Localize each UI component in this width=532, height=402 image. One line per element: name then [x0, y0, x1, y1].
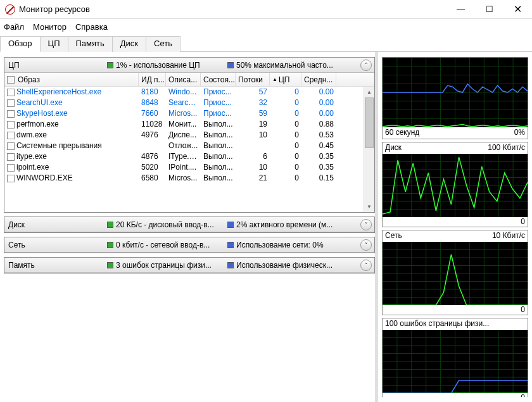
disk-panel-header[interactable]: Диск 20 КБ/с - дисковый ввод-в... 2% акт… [4, 217, 374, 232]
cpu-collapse-button[interactable]: ˄ [360, 60, 372, 71]
table-row[interactable]: SkypeHost.exe7660Micros...Приос...5900.0… [4, 108, 374, 119]
main-panels: ЦП 1% - использование ЦП 50% максимально… [0, 52, 375, 402]
col-header[interactable]: Средн... [301, 73, 336, 86]
menu-monitor[interactable]: Монитор [33, 22, 66, 32]
tab-overview[interactable]: Обзор [0, 36, 41, 52]
col-header[interactable]: Потоки [236, 73, 270, 86]
menu-help[interactable]: Справка [75, 22, 108, 32]
tabbar: Обзор ЦП Память Диск Сеть [0, 35, 532, 52]
menu-file[interactable]: Файл [4, 22, 24, 32]
table-row[interactable]: itype.exe4876IType.exeВыпол...600.35 [4, 151, 374, 162]
mem-expand-button[interactable]: ˅ [360, 260, 372, 271]
table-row[interactable]: ipoint.exe5020IPoint....Выпол...1000.35 [4, 162, 374, 173]
net-graph: Сеть10 Кбит/с 0 [382, 230, 528, 315]
tab-cpu[interactable]: ЦП [40, 36, 68, 52]
row-checkbox[interactable] [7, 153, 15, 161]
row-checkbox[interactable] [7, 121, 15, 129]
disk-panel-title: Диск [8, 220, 107, 229]
disk-panel: Диск 20 КБ/с - дисковый ввод-в... 2% акт… [4, 217, 375, 233]
cpu-table-body: ShellExperienceHost.exe8180Windo...Приос… [4, 87, 374, 184]
disk-graph: Диск100 Кбит/с 0 [382, 142, 528, 227]
mem-graph: 100 ошибок страницы физи... 0 [382, 318, 528, 397]
col-header[interactable]: Состоя... [201, 73, 236, 86]
mem-panel-header[interactable]: Память 3 ошибок страницы физи... Использ… [4, 258, 374, 273]
row-checkbox[interactable] [7, 110, 15, 118]
titlebar: Монитор ресурсов — ☐ ✕ [0, 0, 532, 19]
mem-panel-title: Память [8, 261, 107, 270]
row-checkbox[interactable] [7, 142, 15, 150]
side-graphs: 60 секунд0% Диск100 Кбит/с 0 Сеть10 Кбит… [378, 52, 532, 402]
sort-indicator-icon: ▲ [272, 77, 277, 82]
col-header[interactable]: Образ [4, 73, 139, 86]
table-row[interactable]: Системные прерыванияОтлож...Выпол...00.4… [4, 141, 374, 151]
row-checkbox[interactable] [7, 99, 15, 107]
table-row[interactable]: ShellExperienceHost.exe8180Windo...Приос… [4, 87, 374, 97]
net-panel-title: Сеть [8, 241, 107, 249]
row-checkbox[interactable] [7, 175, 15, 182]
close-button[interactable]: ✕ [504, 0, 532, 19]
row-checkbox[interactable] [7, 164, 15, 172]
col-header[interactable]: ▲ЦП [270, 73, 301, 86]
net-expand-button[interactable]: ˅ [360, 239, 372, 251]
table-row[interactable]: dwm.exe4976Диспе...Выпол...1000.53 [4, 130, 374, 141]
tab-memory[interactable]: Память [68, 36, 113, 52]
cpu-panel-header[interactable]: ЦП 1% - использование ЦП 50% максимально… [4, 58, 374, 73]
cpu-panel-title: ЦП [8, 61, 107, 70]
row-checkbox[interactable] [7, 132, 15, 139]
tab-network[interactable]: Сеть [146, 36, 180, 52]
cpu-table-header: ОбразИД п...Описа...Состоя...Потоки▲ЦПСр… [4, 73, 374, 87]
cpu-usage-swatch [107, 62, 113, 68]
net-panel: Сеть 0 кбит/с - сетевой ввод-в... Исполь… [4, 237, 375, 253]
maximize-button[interactable]: ☐ [475, 0, 504, 19]
app-icon [5, 4, 15, 15]
col-header[interactable]: Описа... [166, 73, 201, 86]
tab-disk[interactable]: Диск [112, 36, 146, 52]
row-checkbox[interactable] [7, 89, 15, 96]
select-all-checkbox[interactable] [7, 76, 15, 84]
cpu-table-scrollbar[interactable] [364, 87, 374, 212]
table-row[interactable]: perfmon.exe11028Монит...Выпол...1900.88 [4, 119, 374, 130]
col-header[interactable]: ИД п... [139, 73, 166, 86]
menubar: Файл Монитор Справка [0, 19, 532, 34]
table-row[interactable]: SearchUI.exe8648Search ...Приос...3200.0… [4, 97, 374, 108]
disk-expand-button[interactable]: ˅ [360, 219, 372, 230]
minimize-button[interactable]: — [446, 0, 475, 19]
net-panel-header[interactable]: Сеть 0 кбит/с - сетевой ввод-в... Исполь… [4, 237, 374, 253]
cpu-table: ОбразИД п...Описа...Состоя...Потоки▲ЦПСр… [4, 73, 374, 212]
window-title: Монитор ресурсов [19, 4, 446, 14]
mem-panel: Память 3 ошибок страницы физи... Использ… [4, 257, 375, 273]
cpu-panel: ЦП 1% - использование ЦП 50% максимально… [4, 57, 375, 213]
cpu-freq-swatch [227, 62, 234, 68]
table-row[interactable]: WINWORD.EXE6580Micros...Выпол...2100.15 [4, 173, 374, 184]
cpu-graph: 60 секунд0% [382, 57, 528, 139]
